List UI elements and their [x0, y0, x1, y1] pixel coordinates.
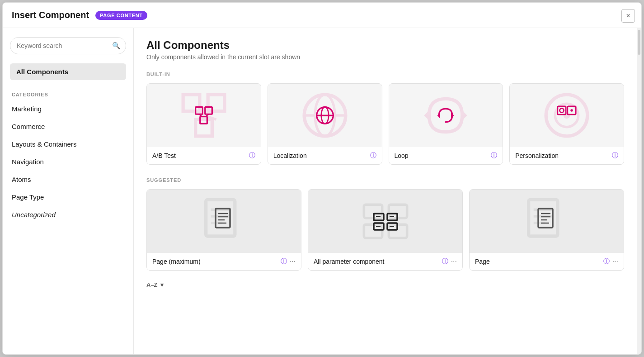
card-page[interactable]: Page ⓘ ··· — [469, 189, 624, 271]
card-loop[interactable]: Loop ⓘ — [389, 83, 503, 165]
card-localization[interactable]: Localization ⓘ — [268, 83, 382, 165]
main-content-title: All Components — [146, 39, 624, 52]
svg-rect-35 — [364, 205, 382, 218]
card-loop-icon-area — [389, 84, 503, 147]
svg-point-21 — [564, 112, 570, 119]
sidebar-item-layouts[interactable]: Layouts & Containers — [10, 136, 126, 152]
all-components-button[interactable]: All Components — [10, 63, 126, 80]
sidebar-item-atoms[interactable]: Atoms — [10, 171, 126, 187]
all-param-dots-icon[interactable]: ··· — [451, 257, 457, 266]
card-localization-footer: Localization ⓘ — [268, 147, 382, 164]
sidebar-item-navigation[interactable]: Navigation — [10, 154, 126, 170]
sidebar-item-marketing[interactable]: Marketing — [10, 101, 126, 117]
ab-test-info-icon[interactable]: ⓘ — [249, 152, 255, 160]
card-page-footer: Page ⓘ ··· — [470, 253, 624, 270]
insert-component-modal: Insert Component PAGE CONTENT × 🔍 All Co… — [2, 2, 642, 355]
localization-info-icon[interactable]: ⓘ — [370, 152, 376, 160]
svg-rect-26 — [206, 200, 235, 236]
sidebar-item-commerce[interactable]: Commerce — [10, 119, 126, 134]
main-content-subtitle: Only components allowed in the current s… — [146, 53, 624, 61]
card-personalization-footer: Personalization ⓘ — [510, 147, 624, 164]
card-ab-test-footer: A/B Test ⓘ — [147, 147, 261, 164]
page-max-info-icon[interactable]: ⓘ — [281, 257, 287, 266]
card-page-icon-area — [470, 190, 624, 253]
card-all-param[interactable]: All parameter component ⓘ ··· — [308, 189, 463, 271]
page-max-bg-icon — [199, 196, 249, 246]
svg-rect-36 — [389, 205, 407, 218]
card-localization-label: Localization — [273, 152, 367, 159]
sidebar-item-pagetype[interactable]: Page Type — [10, 189, 126, 205]
categories-label: CATEGORIES — [10, 89, 126, 99]
search-icon: 🔍 — [112, 42, 121, 50]
page-content-badge: PAGE CONTENT — [95, 11, 147, 20]
svg-rect-2 — [196, 119, 212, 136]
card-ab-test-icon-area — [147, 84, 261, 147]
scrollbar-track[interactable] — [637, 28, 641, 354]
page-dots-icon[interactable]: ··· — [612, 257, 618, 266]
page-max-dots-icon[interactable]: ··· — [290, 257, 296, 266]
card-page-label: Page — [475, 258, 601, 265]
sidebar-item-uncategorized[interactable]: Uncategorized — [10, 207, 126, 223]
close-button[interactable]: × — [621, 9, 635, 23]
loop-info-icon[interactable]: ⓘ — [491, 152, 497, 160]
localization-bg-icon — [300, 90, 350, 140]
svg-marker-15 — [461, 109, 467, 122]
search-input[interactable] — [10, 37, 126, 54]
suggested-section-label: SUGGESTED — [146, 177, 624, 183]
sort-chevron-icon: ▾ — [160, 281, 164, 288]
ab-bg-icon — [179, 90, 229, 140]
personalization-info-icon[interactable]: ⓘ — [612, 152, 618, 160]
card-all-param-icon-area — [308, 190, 462, 253]
modal-body: 🔍 All Components CATEGORIES Marketing Co… — [3, 28, 641, 354]
personalization-bg-icon — [542, 90, 592, 140]
all-param-bg-icon — [361, 196, 410, 246]
page-bg-icon — [522, 196, 572, 246]
svg-rect-37 — [364, 224, 382, 238]
card-personalization-label: Personalization — [515, 152, 609, 159]
card-all-param-label: All parameter component — [314, 258, 439, 265]
main-content: All Components Only components allowed i… — [134, 28, 637, 354]
suggested-cards-grid: Page (maximum) ⓘ ··· — [146, 189, 624, 271]
sidebar: 🔍 All Components CATEGORIES Marketing Co… — [3, 28, 134, 354]
card-page-maximum[interactable]: Page (maximum) ⓘ ··· — [146, 189, 301, 271]
modal-header: Insert Component PAGE CONTENT × — [3, 3, 641, 28]
loop-bg-icon — [421, 90, 470, 140]
scrollbar-thumb[interactable] — [638, 30, 640, 55]
builtin-section-label: BUILT-IN — [146, 71, 624, 77]
card-page-max-label: Page (maximum) — [152, 258, 278, 265]
card-all-param-footer: All parameter component ⓘ ··· — [308, 253, 462, 270]
card-ab-test-label: A/B Test — [152, 152, 246, 159]
card-page-maximum-icon-area — [147, 190, 301, 253]
sort-label: A–Z — [146, 281, 158, 288]
card-loop-footer: Loop ⓘ — [389, 147, 503, 164]
svg-rect-38 — [389, 224, 407, 238]
svg-marker-16 — [424, 109, 431, 122]
card-ab-test[interactable]: A/B Test ⓘ — [146, 83, 261, 165]
svg-rect-0 — [183, 95, 200, 111]
builtin-cards-grid: A/B Test ⓘ — [146, 83, 624, 165]
card-page-max-footer: Page (maximum) ⓘ ··· — [147, 253, 301, 270]
card-loop-label: Loop — [395, 152, 489, 159]
svg-rect-1 — [208, 95, 225, 111]
modal-title: Insert Component — [12, 10, 89, 20]
page-info-icon[interactable]: ⓘ — [603, 257, 610, 266]
card-localization-icon-area — [268, 84, 382, 147]
search-wrapper: 🔍 — [10, 37, 126, 54]
card-personalization-icon-area — [510, 84, 624, 147]
svg-rect-47 — [528, 200, 557, 236]
all-param-info-icon[interactable]: ⓘ — [442, 257, 448, 266]
card-personalization[interactable]: Personalization ⓘ — [509, 83, 624, 165]
sort-bar[interactable]: A–Z ▾ — [146, 281, 624, 288]
